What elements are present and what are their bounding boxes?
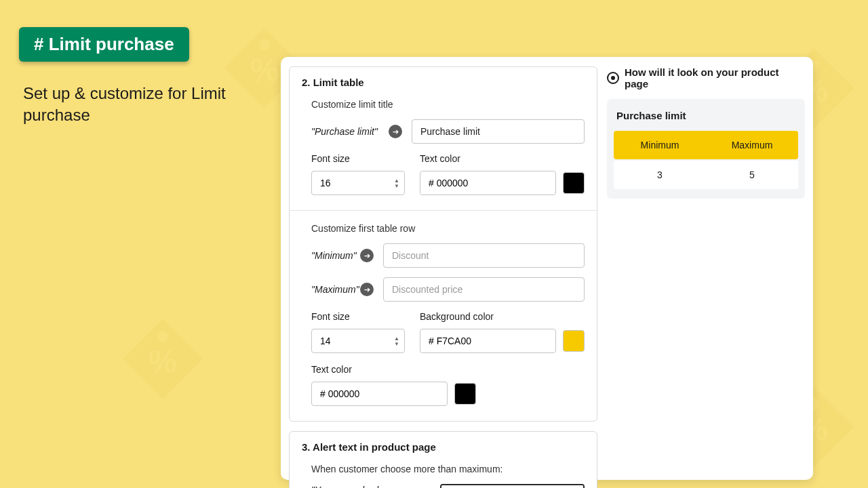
number-stepper[interactable]: ▲▼ [394, 178, 399, 188]
bg-tag-icon: % [115, 312, 210, 407]
number-stepper[interactable]: ▲▼ [394, 336, 399, 346]
alert-text-input[interactable] [440, 484, 585, 488]
page-badge: # Limit purchase [19, 27, 189, 62]
maximum-input[interactable] [383, 277, 585, 302]
preview-col-minimum: Minimum [614, 131, 706, 159]
section-heading: When customer choose more than maximum: [311, 464, 585, 474]
preview-box: Purchase limit Minimum Maximum 3 5 [607, 99, 805, 199]
bg-color-label: Background color [420, 311, 585, 322]
arrow-right-icon [389, 125, 402, 138]
title-font-size-input[interactable] [311, 171, 405, 195]
row-font-size-input[interactable] [311, 329, 405, 353]
title-text-color-swatch[interactable] [563, 172, 585, 194]
preview-col-maximum: Maximum [706, 131, 798, 159]
preview-val-minimum: 3 [614, 161, 706, 189]
text-color-label: Text color [420, 153, 585, 164]
preview-table-row: 3 5 [614, 161, 798, 189]
panel-title: 3. Alert text in product page [290, 432, 597, 461]
row-text-color-swatch[interactable] [454, 383, 476, 405]
page-subtitle: Set up & customize for Limit purchase [23, 83, 260, 127]
title-input[interactable] [412, 119, 585, 144]
svg-point-2 [157, 331, 169, 342]
maximum-label: "Maximum" [311, 284, 351, 295]
panel-title: 2. Limit table [290, 67, 597, 96]
text-color-label: Text color [311, 364, 440, 375]
preview-table-header: Minimum Maximum [614, 131, 798, 159]
font-size-label: Font size [311, 153, 405, 164]
font-size-label: Font size [311, 311, 405, 322]
arrow-right-icon [360, 283, 374, 296]
arrow-right-icon [360, 249, 374, 262]
minimum-input[interactable] [383, 243, 585, 268]
preview-title: Purchase limit [616, 110, 795, 121]
title-text-color-input[interactable] [420, 171, 556, 195]
preview-heading: How will it look on your product page [625, 66, 805, 89]
customize-first-row-section: Customize first table row "Minimum" "Max… [290, 210, 597, 421]
alert-text-panel: 3. Alert text in product page When custo… [289, 431, 597, 488]
svg-text:%: % [149, 344, 177, 380]
customize-title-section: Customize limit title "Purchase limit" F… [290, 96, 597, 210]
minimum-label: "Minimum" [311, 250, 351, 261]
row-bg-color-swatch[interactable] [563, 330, 585, 352]
alert-default-label: "You can only choose maximum of {maximum… [311, 484, 408, 488]
section-heading: Customize first table row [311, 223, 585, 234]
purchase-limit-label: "Purchase limit" [311, 126, 379, 137]
row-text-color-input[interactable] [311, 382, 448, 406]
section-heading: Customize limit title [311, 99, 585, 110]
preview-column: How will it look on your product page Pu… [607, 66, 805, 470]
svg-point-0 [259, 39, 271, 51]
limit-table-panel: 2. Limit table Customize limit title "Pu… [289, 66, 597, 422]
settings-card: 2. Limit table Customize limit title "Pu… [281, 57, 813, 480]
eye-icon [607, 72, 619, 84]
row-bg-color-input[interactable] [420, 329, 556, 353]
preview-val-maximum: 5 [706, 161, 798, 189]
